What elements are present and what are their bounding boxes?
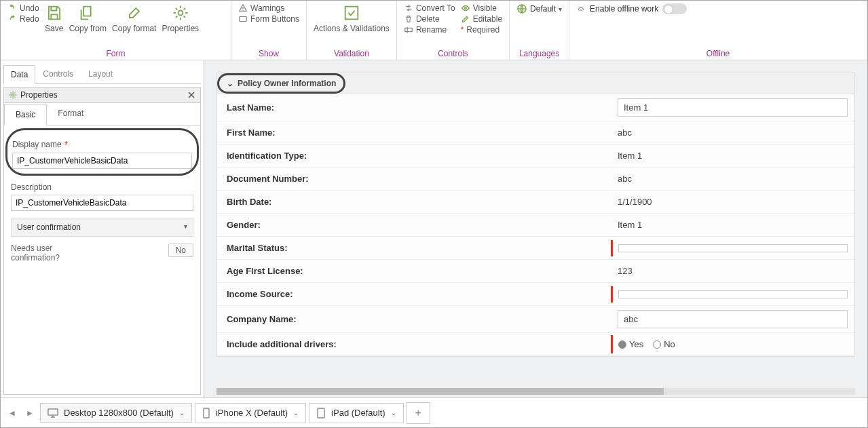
radio-yes[interactable]: Yes [618, 339, 643, 349]
chevron-down-icon: ⌄ [391, 409, 396, 416]
ribbon: Undo Redo Save Copy from Copy format Pro… [1, 1, 867, 60]
visible-button[interactable]: Visible [461, 3, 502, 13]
description-input[interactable] [11, 195, 193, 211]
copy-format-button[interactable]: Copy format [112, 3, 156, 33]
prev-device[interactable]: ◄ [5, 404, 20, 423]
form-row: Company Name:abc [217, 306, 854, 333]
desktop-icon [48, 408, 58, 418]
warnings-toggle[interactable]: Warnings [238, 3, 299, 13]
field-label: Last Name: [217, 97, 611, 118]
tab-layout[interactable]: Layout [81, 64, 120, 83]
gear-icon [8, 90, 18, 100]
field-label: Include additional drivers: [217, 334, 611, 355]
add-device-button[interactable]: + [407, 402, 430, 424]
tab-controls[interactable]: Controls [35, 64, 81, 83]
field-value[interactable]: Item 1 [611, 147, 854, 165]
form-row: Birth Date:1/1/1900 [217, 191, 854, 214]
phone-icon [202, 408, 210, 419]
save-button[interactable]: Save [45, 3, 64, 33]
field-value[interactable]: abc [611, 306, 854, 332]
svg-rect-2 [345, 7, 358, 20]
close-icon[interactable] [187, 90, 196, 100]
description-label: Description [11, 182, 52, 192]
properties-button[interactable]: Properties [162, 3, 199, 33]
language-selector[interactable]: Default▾ [516, 3, 562, 14]
form-row: Marital Status: [217, 237, 854, 260]
editable-button[interactable]: Editable [461, 14, 502, 24]
field-value[interactable] [611, 286, 854, 303]
field-label: Gender: [217, 214, 611, 235]
next-device[interactable]: ► [22, 404, 37, 423]
chevron-down-icon[interactable]: ⌄ [227, 79, 233, 88]
subtab-basic[interactable]: Basic [4, 104, 47, 125]
ribbon-group-controls: Controls [404, 49, 502, 58]
chevron-down-icon: ⌄ [179, 409, 185, 416]
chevron-down-icon: ▾ [184, 222, 187, 232]
form-row: Identification Type:Item 1 [217, 144, 854, 168]
field-value[interactable]: abc [611, 123, 854, 142]
field-value[interactable] [611, 240, 854, 256]
convert-to-button[interactable]: Convert To [404, 3, 455, 13]
copy-from-button[interactable]: Copy from [69, 3, 107, 33]
ribbon-group-languages: Languages [516, 49, 562, 58]
form-row: Age First License:123 [217, 260, 854, 283]
ribbon-group-form: Form [7, 49, 224, 58]
user-confirmation-expander[interactable]: User confirmation▾ [11, 218, 193, 237]
form-row: Document Number:abc [217, 168, 854, 191]
svg-point-0 [178, 11, 183, 16]
device-tab-ipad[interactable]: iPad (Default)⌄ [309, 403, 403, 423]
svg-point-4 [464, 7, 466, 9]
ribbon-group-validation: Validation [314, 49, 390, 58]
needs-user-confirmation-label: Needs user confirmation? [11, 244, 92, 262]
svg-rect-3 [405, 28, 413, 31]
needs-user-confirmation-toggle[interactable]: No [168, 244, 193, 257]
tab-data[interactable]: Data [3, 65, 35, 84]
device-footer: ◄ ► Desktop 1280x800 (Default)⌄ iPhone X… [1, 397, 867, 427]
svg-rect-1 [240, 17, 247, 22]
chevron-down-icon: ▾ [559, 5, 562, 13]
radio-no[interactable]: No [653, 339, 675, 349]
form-row: Gender:Item 1 [217, 214, 854, 237]
field-value[interactable]: 1/1/1900 [611, 193, 854, 211]
actions-validations-button[interactable]: Actions & Validations [314, 3, 390, 33]
toggle-switch[interactable] [662, 3, 687, 14]
field-value[interactable]: Item 1 [611, 94, 854, 121]
field-label: First Name: [217, 122, 611, 143]
field-value[interactable]: YesNo [611, 335, 854, 353]
svg-rect-7 [48, 409, 58, 415]
device-tab-iphone[interactable]: iPhone X (Default)⌄ [195, 403, 306, 423]
subtab-format[interactable]: Format [47, 103, 94, 125]
field-value[interactable]: Item 1 [611, 216, 854, 234]
asterisk-icon: * [64, 139, 68, 150]
field-value[interactable]: abc [611, 170, 854, 188]
chevron-down-icon: ⌄ [293, 409, 299, 416]
form-canvas: ⌄ Policy Owner Information Last Name:Ite… [204, 60, 867, 397]
field-label: Age First License: [217, 260, 611, 281]
field-label: Birth Date: [217, 191, 611, 212]
required-button[interactable]: *Required [461, 25, 502, 35]
enable-offline-toggle[interactable]: Enable offline work [576, 3, 687, 14]
asterisk-icon: * [461, 25, 464, 35]
properties-title: Properties [20, 90, 58, 100]
horizontal-scrollbar[interactable] [216, 388, 855, 395]
left-panel: Data Controls Layout Properties Basic Fo… [1, 60, 204, 397]
svg-rect-8 [204, 408, 209, 418]
field-label: Company Name: [217, 309, 611, 330]
rename-button[interactable]: Rename [404, 25, 455, 35]
field-label: Identification Type: [217, 145, 611, 166]
section-title: Policy Owner Information [238, 79, 336, 88]
redo-button[interactable]: Redo [7, 14, 39, 24]
undo-button[interactable]: Undo [7, 3, 39, 13]
display-name-input[interactable] [12, 153, 192, 169]
field-value[interactable]: 123 [611, 262, 854, 280]
tablet-icon [316, 408, 326, 419]
field-label: Income Source: [217, 284, 611, 305]
display-name-label: Display name [12, 140, 62, 149]
delete-button[interactable]: Delete [404, 14, 455, 24]
properties-panel: Properties Basic Format Display name* De… [3, 87, 201, 395]
device-tab-desktop[interactable]: Desktop 1280x800 (Default)⌄ [40, 403, 192, 423]
ribbon-group-show: Show [238, 49, 299, 58]
form-row: Last Name:Item 1 [217, 94, 854, 121]
form-buttons-toggle[interactable]: Form Buttons [238, 14, 299, 24]
field-label: Document Number: [217, 168, 611, 189]
